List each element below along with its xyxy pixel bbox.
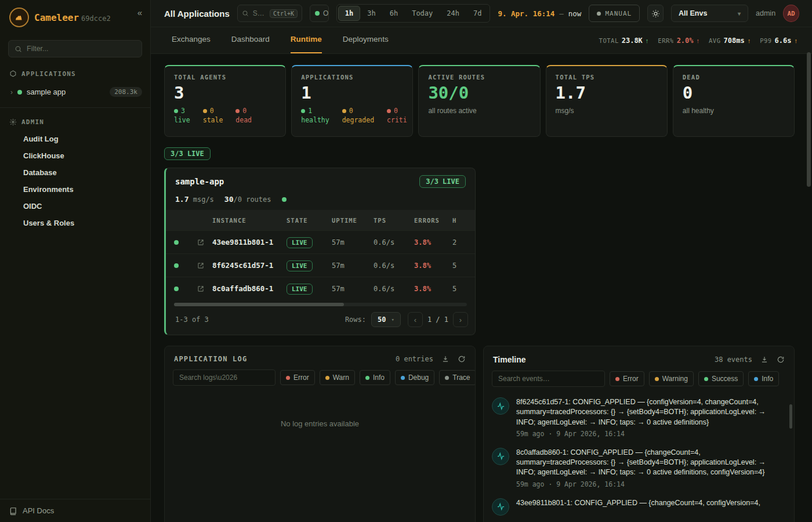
sidebar-item-sample-app[interactable]: › sample app 208.3k (0, 82, 150, 102)
green-dot (174, 109, 178, 113)
sample-app-card: sample-app 3/3 LIVE 1.7 msg/s 30/0 route… (164, 168, 476, 335)
yellow-dot (325, 376, 329, 380)
scrollbar-thumb[interactable] (174, 303, 344, 306)
sidebar-filter-input[interactable] (27, 45, 136, 53)
refresh-button[interactable] (777, 356, 785, 364)
timeline-filter-warning[interactable]: Warning (649, 371, 694, 386)
timeline-filter-error[interactable]: Error (610, 371, 644, 386)
activity-icon (492, 397, 509, 415)
environment-select[interactable]: All Envs ▾ (671, 5, 748, 22)
main-area: All Applications S… Ctrl+K O 1h 3h 6h To… (151, 0, 812, 522)
instance-status-dot (174, 240, 179, 245)
log-search-input[interactable] (173, 369, 276, 386)
sidebar-item-oidc[interactable]: OIDC (0, 198, 150, 215)
instance-id: 43ee9811b801-1 (212, 238, 287, 246)
scrollbar-thumb[interactable] (807, 52, 811, 187)
apps-degraded: 0 degraded (342, 107, 374, 124)
timeline-event[interactable]: 8f6245c61d57-1: CONFIG_APPLIED — {config… (492, 397, 782, 438)
prev-page-button[interactable]: ‹ (408, 312, 423, 327)
tab-runtime[interactable]: Runtime (291, 27, 322, 53)
timeline-event[interactable]: 8c0affadb860-1: CONFIG_APPLIED — {change… (492, 448, 782, 488)
manual-refresh-button[interactable]: MANUAL (589, 5, 640, 22)
agents-live: 3 live (174, 107, 190, 124)
table-row[interactable]: 8c0affadb860-1 LIVE 57m 0.6/s 3.8% 5 (166, 277, 475, 300)
camel-logo-icon (9, 8, 29, 27)
next-page-button[interactable]: › (453, 312, 468, 327)
timeline-event[interactable]: 43ee9811b801-1: CONFIG_APPLIED — {change… (492, 498, 782, 516)
expand-chevron-icon[interactable]: › (10, 88, 13, 96)
logo-title: Cameleer (34, 12, 79, 23)
table-row[interactable]: 43ee9811b801-1 LIVE 57m 0.6/s 3.8% 2 (166, 230, 475, 253)
instance-status-dot (174, 263, 179, 268)
sidebar-item-clickhouse[interactable]: ClickHouse (0, 147, 150, 164)
global-search[interactable]: S… Ctrl+K (237, 5, 302, 22)
log-filter-warn[interactable]: Warn (320, 370, 355, 385)
metric-avg-latency: AVG 708ms ↑ (709, 37, 751, 45)
sidebar-item-audit-log[interactable]: Audit Log (0, 130, 150, 147)
time-window-end: now (568, 9, 582, 18)
range-button-6h[interactable]: 6h (383, 6, 405, 21)
tab-deployments[interactable]: Deployments (343, 27, 389, 53)
range-button-3h[interactable]: 3h (360, 6, 382, 21)
time-window[interactable]: 9. Apr. 16:14 – now (498, 9, 581, 18)
avatar[interactable]: AD (783, 5, 799, 22)
log-filter-trace[interactable]: Trace (439, 370, 476, 385)
table-row[interactable]: 8f6245c61d57-1 LIVE 57m 0.6/s 3.8% 5 (166, 253, 475, 277)
range-button-7d[interactable]: 7d (466, 6, 488, 21)
log-filter-error[interactable]: Error (280, 370, 315, 385)
app-root: Cameleer69dcce2 « APPLICATIONS › sample … (0, 0, 812, 522)
top-bar: All Applications S… Ctrl+K O 1h 3h 6h To… (151, 0, 812, 27)
rows-per-page-select[interactable]: 50 ▾ (371, 312, 401, 327)
api-docs-link[interactable]: API Docs (0, 499, 150, 522)
sidebar-item-database[interactable]: Database (0, 164, 150, 181)
download-icon (760, 356, 768, 364)
card-total-tps: TOTAL TPS 1.7 msg/s (546, 65, 668, 137)
range-button-1h[interactable]: 1h (338, 6, 360, 21)
chevron-down-icon: ▾ (738, 10, 741, 17)
external-link-icon[interactable] (189, 285, 212, 293)
log-panel-title: APPLICATION LOG (174, 355, 247, 363)
online-dot (315, 11, 320, 16)
range-button-24h[interactable]: 24h (440, 6, 466, 21)
tab-bar: Exchanges Dashboard Runtime Deployments … (151, 27, 812, 54)
tab-dashboard[interactable]: Dashboard (231, 27, 270, 53)
metric-error-rate: ERR% 2.0% ↑ (658, 37, 699, 45)
metric-p99-latency: P99 6.6s ↑ (760, 37, 798, 45)
download-button[interactable] (760, 356, 768, 364)
timeline-title: Timeline (493, 355, 526, 364)
sidebar-collapse-button[interactable]: « (137, 8, 142, 17)
theme-toggle-button[interactable] (647, 5, 664, 22)
external-link-icon[interactable] (189, 262, 212, 270)
sun-icon (651, 9, 660, 18)
timeline-search-input[interactable] (492, 371, 605, 387)
timeline-filter-success[interactable]: Success (698, 371, 744, 386)
activity-icon (492, 498, 509, 516)
username-label: admin (756, 9, 775, 17)
bottom-panels: APPLICATION LOG 0 entries (164, 346, 795, 522)
sidebar: Cameleer69dcce2 « APPLICATIONS › sample … (0, 0, 151, 522)
table-horizontal-scrollbar[interactable] (174, 303, 467, 306)
logo-suffix: 69dcce2 (81, 14, 111, 23)
external-link-icon[interactable] (189, 238, 212, 246)
row-range-label: 1-3 of 3 (175, 316, 209, 324)
tab-exchanges[interactable]: Exchanges (172, 27, 211, 53)
blue-dot (401, 376, 405, 380)
sample-app-label: sample app (27, 88, 66, 96)
red-dot (387, 109, 391, 113)
timeline-scrollbar[interactable] (789, 404, 792, 429)
sidebar-item-environments[interactable]: Environments (0, 181, 150, 198)
page-scrollbar[interactable] (807, 52, 811, 520)
log-filter-debug[interactable]: Debug (395, 370, 434, 385)
sidebar-item-users-roles[interactable]: Users & Roles (0, 215, 150, 231)
blue-dot (754, 377, 758, 381)
log-filter-info[interactable]: Info (360, 370, 390, 385)
timeline-filter-info[interactable]: Info (748, 371, 779, 386)
range-button-today[interactable]: Today (405, 6, 440, 21)
page-indicator: 1 / 1 (427, 316, 448, 324)
online-status-chip[interactable]: O (310, 5, 329, 22)
page-title: All Applications (164, 9, 230, 19)
red-dot (235, 109, 240, 113)
download-button[interactable] (441, 355, 449, 363)
activity-icon (492, 448, 509, 465)
refresh-button[interactable] (458, 355, 466, 363)
